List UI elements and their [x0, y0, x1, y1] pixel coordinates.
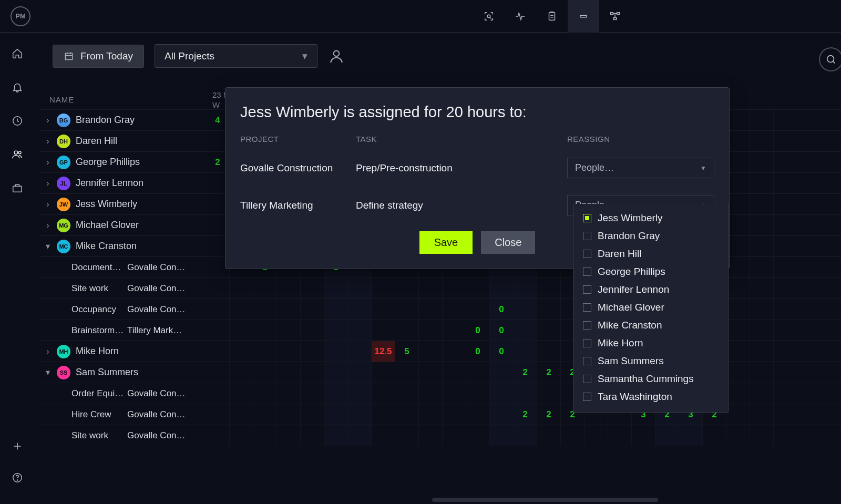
grid-cell[interactable] [419, 362, 443, 383]
grid-cell[interactable] [348, 362, 372, 383]
checkbox[interactable] [583, 285, 591, 294]
grid-cell[interactable] [419, 299, 443, 320]
grid-cell[interactable] [726, 341, 750, 362]
grid-cell[interactable] [537, 341, 561, 362]
grid-cell[interactable] [750, 404, 774, 425]
expand-chevron-icon[interactable]: › [44, 200, 52, 209]
grid-cell[interactable] [372, 299, 395, 320]
task-row[interactable]: Site workGovalle Con… [40, 277, 206, 299]
grid-cell[interactable] [230, 320, 253, 341]
grid-cell[interactable] [395, 320, 419, 341]
grid-cell[interactable] [537, 320, 561, 341]
grid-cell[interactable] [726, 173, 750, 193]
checkbox[interactable] [583, 268, 591, 276]
grid-cell[interactable] [726, 278, 750, 299]
grid-cell[interactable] [324, 278, 348, 299]
grid-cell[interactable] [726, 383, 750, 404]
dropdown-item[interactable]: Mike Horn [573, 334, 728, 352]
grid-cell[interactable] [206, 341, 230, 362]
dropdown-item[interactable]: George Phillips [573, 263, 728, 281]
grid-cell[interactable] [301, 299, 324, 320]
grid-cell[interactable] [324, 341, 348, 362]
grid-cell[interactable] [277, 425, 301, 446]
grid-cell[interactable] [206, 404, 230, 425]
grid-cell[interactable] [514, 341, 537, 362]
grid-cell[interactable] [608, 425, 632, 446]
grid-cell[interactable] [703, 425, 726, 446]
grid-cell[interactable] [726, 425, 750, 446]
grid-cell[interactable] [253, 362, 277, 383]
horizontal-scrollbar[interactable] [432, 498, 658, 502]
person-filter-icon[interactable] [328, 48, 345, 65]
checkbox[interactable] [583, 357, 591, 365]
grid-cell[interactable] [395, 362, 419, 383]
grid-cell[interactable] [324, 299, 348, 320]
grid-cell[interactable] [726, 320, 750, 341]
scan-icon[interactable] [473, 0, 505, 33]
grid-cell[interactable] [443, 425, 466, 446]
home-icon[interactable] [7, 43, 28, 64]
grid-cell[interactable] [750, 173, 774, 193]
grid-cell[interactable] [372, 320, 395, 341]
grid-cell[interactable] [726, 404, 750, 425]
grid-cell[interactable] [324, 425, 348, 446]
grid-cell[interactable] [277, 299, 301, 320]
grid-cell[interactable] [514, 299, 537, 320]
activity-icon[interactable] [505, 0, 536, 33]
grid-cell[interactable]: 12.5 [372, 341, 395, 362]
dropdown-item[interactable]: Tara Washington [573, 388, 728, 406]
grid-cell[interactable] [301, 278, 324, 299]
grid-cell[interactable]: 2 [514, 362, 537, 383]
task-row[interactable]: Order Equip…Govalle Con… [40, 383, 206, 404]
grid-cell[interactable] [253, 383, 277, 404]
checkbox[interactable] [583, 321, 591, 330]
grid-cell[interactable] [750, 320, 774, 341]
grid-cell[interactable]: 2 [514, 404, 537, 425]
reassign-select[interactable]: People… ▼ [567, 158, 714, 178]
close-button[interactable]: Close [481, 231, 535, 254]
grid-cell[interactable] [253, 404, 277, 425]
grid-cell[interactable] [514, 383, 537, 404]
grid-cell[interactable] [726, 362, 750, 383]
grid-cell[interactable] [277, 362, 301, 383]
grid-cell[interactable] [277, 320, 301, 341]
person-row[interactable]: ▾SSSam Summers [40, 362, 206, 383]
grid-cell[interactable] [750, 278, 774, 299]
grid-cell[interactable] [726, 236, 750, 256]
grid-cell[interactable] [726, 131, 750, 151]
grid-cell[interactable]: 0 [490, 299, 514, 320]
person-row[interactable]: ›BGBrandon Gray [40, 109, 206, 130]
grid-cell[interactable] [230, 299, 253, 320]
person-row[interactable]: ›DHDaren Hill [40, 130, 206, 151]
grid-cell[interactable] [537, 383, 561, 404]
grid-cell[interactable] [443, 320, 466, 341]
grid-cell[interactable] [206, 278, 230, 299]
grid-cell[interactable] [253, 425, 277, 446]
grid-cell[interactable] [324, 383, 348, 404]
from-today-button[interactable]: From Today [53, 45, 144, 68]
checkbox[interactable] [583, 250, 591, 258]
grid-cell[interactable] [466, 299, 490, 320]
briefcase-icon[interactable] [7, 178, 28, 199]
grid-cell[interactable] [301, 404, 324, 425]
checkbox[interactable] [583, 232, 591, 240]
grid-cell[interactable] [750, 425, 774, 446]
grid-cell[interactable] [253, 278, 277, 299]
grid-cell[interactable] [277, 278, 301, 299]
grid-cell[interactable] [348, 341, 372, 362]
grid-cell[interactable] [750, 341, 774, 362]
dropdown-item[interactable]: Samantha Cummings [573, 370, 728, 388]
dropdown-item[interactable]: Jess Wimberly [573, 209, 728, 227]
plus-icon[interactable] [7, 436, 28, 457]
grid-cell[interactable]: 0 [490, 320, 514, 341]
grid-cell[interactable] [206, 362, 230, 383]
grid-cell[interactable] [726, 194, 750, 214]
grid-cell[interactable] [750, 215, 774, 235]
expand-chevron-icon[interactable]: › [44, 221, 52, 230]
expand-chevron-icon[interactable]: › [44, 179, 52, 188]
clipboard-icon[interactable] [536, 0, 568, 33]
grid-cell[interactable] [537, 425, 561, 446]
grid-cell[interactable] [490, 278, 514, 299]
grid-cell[interactable] [726, 152, 750, 172]
grid-cell[interactable] [206, 383, 230, 404]
